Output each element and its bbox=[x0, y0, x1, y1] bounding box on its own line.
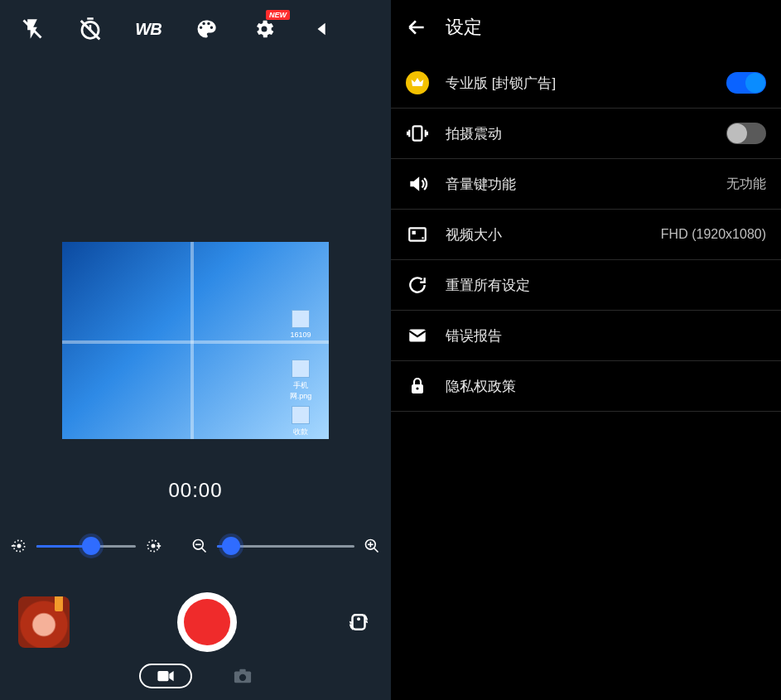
lock-icon bbox=[406, 374, 429, 398]
zoom-slider[interactable] bbox=[217, 538, 354, 554]
volume-icon bbox=[406, 172, 429, 196]
row-volume-key[interactable]: 音量键功能 无功能 bbox=[391, 159, 781, 210]
top-toolbar: WB NEW bbox=[0, 0, 391, 51]
recording-timer: 00:00 bbox=[0, 479, 391, 502]
svg-rect-3 bbox=[87, 17, 94, 20]
row-label: 隐私权政策 bbox=[446, 377, 766, 396]
row-label: 错误报告 bbox=[446, 326, 766, 345]
svg-line-13 bbox=[202, 548, 206, 553]
desktop-file-icon: 手机网.png bbox=[284, 360, 317, 402]
camera-panel: WB NEW 16109 手机网.png 收款肌.PNG 00:00 bbox=[0, 0, 391, 700]
row-value: 无功能 bbox=[726, 176, 766, 193]
row-bug-report[interactable]: 错误报告 bbox=[391, 311, 781, 361]
vibrate-icon bbox=[406, 122, 429, 145]
switch-camera-icon[interactable] bbox=[345, 608, 373, 636]
new-badge: NEW bbox=[266, 10, 290, 20]
svg-rect-28 bbox=[422, 237, 423, 239]
viewfinder[interactable]: 16109 手机网.png 收款肌.PNG bbox=[0, 242, 391, 439]
row-video-size[interactable]: 视频大小 FHD (1920x1080) bbox=[391, 210, 781, 260]
row-privacy-policy[interactable]: 隐私权政策 bbox=[391, 361, 781, 412]
white-balance-button[interactable]: WB bbox=[134, 15, 162, 43]
row-label: 拍摄震动 bbox=[446, 124, 710, 143]
svg-rect-21 bbox=[157, 671, 168, 681]
svg-rect-11 bbox=[158, 543, 160, 549]
settings-header: 设定 bbox=[391, 0, 781, 58]
svg-point-20 bbox=[357, 617, 360, 620]
row-label: 视频大小 bbox=[446, 225, 644, 244]
desktop-file-icon: 收款肌.PNG bbox=[284, 406, 317, 439]
back-icon[interactable] bbox=[406, 17, 427, 38]
brightness-up-icon[interactable] bbox=[144, 537, 162, 555]
svg-rect-7 bbox=[12, 545, 16, 547]
row-label: 重置所有设定 bbox=[446, 276, 766, 295]
video-mode-button[interactable] bbox=[139, 664, 192, 688]
toggle-vibrate[interactable] bbox=[726, 123, 766, 144]
reset-icon bbox=[406, 273, 429, 297]
svg-line-16 bbox=[374, 548, 378, 553]
svg-point-5 bbox=[17, 544, 22, 548]
timer-off-icon[interactable] bbox=[76, 15, 104, 43]
desktop-file-icon: 16109 bbox=[284, 310, 317, 339]
row-label: 专业版 [封锁广告] bbox=[446, 74, 710, 93]
brightness-down-icon[interactable] bbox=[10, 537, 28, 555]
resolution-icon bbox=[406, 223, 429, 246]
row-pro-version[interactable]: 专业版 [封锁广告] bbox=[391, 58, 781, 109]
row-vibrate[interactable]: 拍摄震动 bbox=[391, 109, 781, 159]
settings-panel: 设定 专业版 [封锁广告] 拍摄震动 音量键功能 无功能 bbox=[391, 0, 781, 700]
palette-icon[interactable] bbox=[192, 15, 220, 43]
brightness-slider[interactable] bbox=[36, 538, 136, 554]
crown-icon bbox=[406, 71, 429, 94]
toggle-pro[interactable] bbox=[726, 72, 766, 94]
settings-icon[interactable]: NEW bbox=[250, 15, 278, 43]
settings-list: 专业版 [封锁广告] 拍摄震动 音量键功能 无功能 视频大小 FHD (1920… bbox=[391, 58, 781, 412]
svg-rect-25 bbox=[413, 126, 422, 140]
gallery-thumbnail[interactable] bbox=[18, 596, 70, 648]
svg-rect-19 bbox=[353, 615, 365, 630]
bottom-bar bbox=[0, 592, 391, 688]
row-reset-settings[interactable]: 重置所有设定 bbox=[391, 260, 781, 311]
flash-off-icon[interactable] bbox=[18, 15, 46, 43]
zoom-out-icon[interactable] bbox=[190, 537, 209, 555]
sliders-row bbox=[0, 537, 391, 555]
svg-rect-27 bbox=[412, 231, 416, 234]
svg-point-24 bbox=[239, 674, 246, 681]
photo-mode-button[interactable] bbox=[234, 667, 252, 685]
collapse-left-icon[interactable] bbox=[308, 15, 336, 43]
svg-point-31 bbox=[416, 387, 418, 389]
settings-title: 设定 bbox=[446, 15, 482, 40]
row-label: 音量键功能 bbox=[446, 175, 710, 194]
record-button[interactable] bbox=[177, 592, 237, 652]
row-value: FHD (1920x1080) bbox=[661, 227, 766, 242]
svg-rect-23 bbox=[239, 669, 245, 673]
zoom-in-icon[interactable] bbox=[363, 537, 381, 555]
mail-icon bbox=[406, 324, 429, 347]
preview-image: 16109 手机网.png 收款肌.PNG bbox=[62, 242, 329, 439]
svg-point-8 bbox=[152, 544, 156, 548]
